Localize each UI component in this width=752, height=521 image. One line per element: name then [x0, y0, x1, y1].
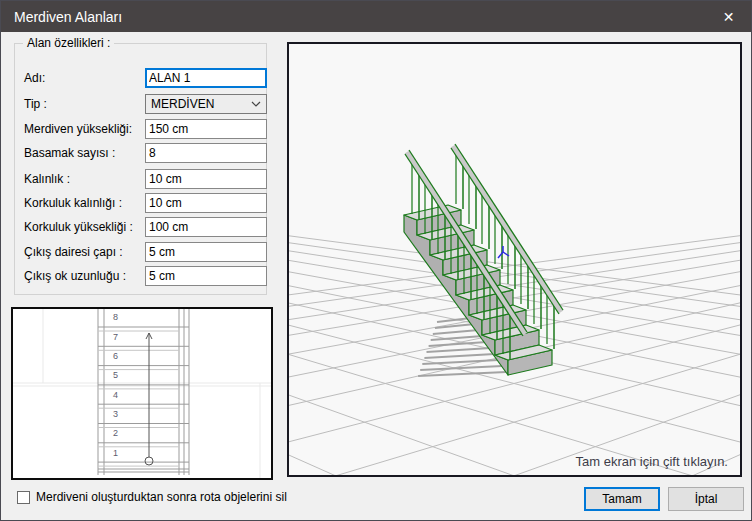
exit-arrow-input[interactable]: [145, 266, 267, 286]
close-icon[interactable]: ✕: [706, 1, 751, 32]
stair-areas-dialog: Merdiven Alanları ✕ Alan özellikleri : A…: [0, 0, 752, 521]
titlebar[interactable]: Merdiven Alanları ✕: [1, 1, 751, 32]
svg-text:4: 4: [113, 390, 118, 400]
delete-route-checkbox-label: Merdiveni oluşturduktan sonra rota objel…: [36, 490, 287, 504]
svg-text:5: 5: [113, 370, 118, 380]
chevron-down-icon: [251, 101, 261, 107]
railing-height-label: Korkuluk yüksekliği :: [24, 220, 133, 234]
svg-text:8: 8: [113, 312, 118, 322]
svg-text:6: 6: [113, 351, 118, 361]
svg-text:3: 3: [113, 409, 118, 419]
railing-thickness-input[interactable]: [145, 193, 267, 213]
exit-arrow-label: Çıkış ok uzunluğu :: [24, 269, 126, 283]
type-select-value: MERDİVEN: [151, 97, 214, 111]
svg-text:7: 7: [113, 332, 118, 342]
route-arrow: [145, 333, 153, 465]
cancel-button[interactable]: İptal: [668, 487, 744, 511]
ok-button[interactable]: Tamam: [584, 487, 660, 511]
window-title: Merdiven Alanları: [14, 9, 122, 25]
svg-text:1: 1: [113, 448, 118, 458]
plan-drawing: 8 7 6 5 4 3 2 1: [13, 309, 271, 478]
step-count-label: Basamak sayısı :: [24, 146, 115, 160]
thickness-input[interactable]: [145, 169, 267, 189]
stair-height-label: Merdiven yüksekliği:: [24, 122, 132, 136]
type-label: Tip :: [24, 97, 47, 111]
type-select[interactable]: MERDİVEN: [145, 94, 267, 114]
delete-route-checkbox[interactable]: [17, 491, 30, 504]
plan-step-lines: [98, 327, 189, 466]
railing-height-input[interactable]: [145, 217, 267, 237]
stair-height-input[interactable]: [145, 119, 267, 139]
step-count-input[interactable]: [145, 143, 267, 163]
plan-preview: 8 7 6 5 4 3 2 1: [11, 307, 273, 480]
plan-stringers: [98, 309, 189, 475]
exit-circle-label: Çıkış dairesi çapı :: [24, 245, 123, 259]
svg-text:2: 2: [113, 428, 118, 438]
viewport-3d[interactable]: Tam ekran için çift tıklayın.: [287, 42, 742, 477]
axis-marker: [498, 246, 509, 258]
thickness-label: Kalınlık :: [24, 172, 70, 186]
name-input[interactable]: [145, 68, 267, 88]
group-label: Alan özellikleri :: [23, 36, 114, 50]
area-properties-group: Alan özellikleri : Adı: Tip : MERDİVEN M…: [14, 43, 267, 295]
fullscreen-hint: Tam ekran için çift tıklayın.: [576, 454, 728, 469]
plan-grid-lines: [13, 309, 271, 478]
exit-circle-input[interactable]: [145, 242, 267, 262]
render-3d: [289, 44, 740, 475]
railing-thickness-label: Korkuluk kalınlığı :: [24, 196, 122, 210]
name-label: Adı:: [24, 71, 45, 85]
